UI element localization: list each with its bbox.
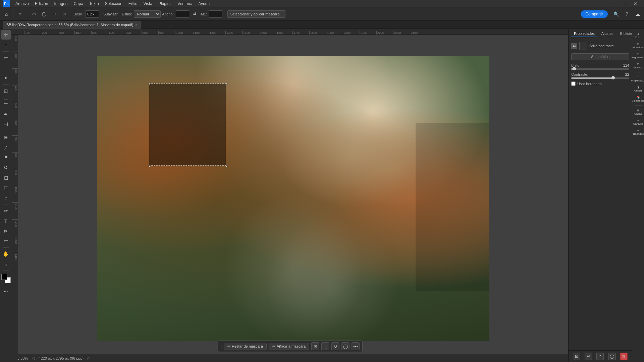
help-icon-btn[interactable]: ? [623, 10, 631, 18]
props-icon-btn-4[interactable]: ◯ [608, 353, 616, 360]
zoom-tool[interactable]: ⌕ [1, 259, 11, 269]
brillo-slider-track[interactable] [571, 68, 629, 70]
panel-degradados-btn[interactable]: ◫ Degradados [634, 51, 643, 60]
menu-archivo[interactable]: Archivo [13, 1, 32, 7]
app-icon[interactable]: Ps [3, 0, 10, 7]
panel-color-btn[interactable]: ◈ Color [634, 31, 643, 40]
eyedropper-tool[interactable]: ✒ [1, 110, 11, 119]
status-arrow-right[interactable]: ▷ [88, 356, 90, 360]
eraser-tool[interactable]: ◻ [1, 173, 11, 182]
dodge-tool[interactable]: ○ [1, 193, 11, 202]
shape-tool[interactable]: ▭ [1, 236, 11, 246]
window-close-icon[interactable]: ✕ [631, 0, 640, 7]
document-tab[interactable]: BB1hqDXw-Recuperado.psd al 33,3% (Brillo… [3, 21, 141, 29]
mask-btn-1[interactable]: ⊡ [311, 342, 319, 350]
panel-trazados-btn[interactable]: ✏ Trazados [634, 127, 643, 137]
mask-btn-3[interactable]: ↺ [331, 342, 339, 350]
usar-heredado-checkbox[interactable] [571, 81, 576, 86]
cloud-icon-btn[interactable]: ☁ [633, 10, 642, 18]
panel-capas-btn[interactable]: ⊟ Capas [634, 107, 643, 117]
canvas-background[interactable] [12, 35, 568, 362]
panel-ajustes-btn[interactable]: ◑ Ajustes [634, 84, 643, 94]
estilo-select[interactable]: Normal [134, 10, 161, 18]
window-restore-icon[interactable]: □ [620, 1, 628, 7]
row-select-btn[interactable]: ⊟ [50, 10, 58, 18]
panel-propiedad-btn[interactable]: ☰ Propiedad... [634, 74, 643, 83]
menu-ayuda[interactable]: Ayuda [196, 1, 212, 7]
swap-wh-btn[interactable]: ⇄ [191, 10, 199, 18]
layer-row: ☯ Brillo/contraste [571, 42, 629, 50]
mask-btn-2[interactable]: ⬚ [321, 342, 329, 350]
menu-edicion[interactable]: Edición [32, 1, 51, 7]
menu-filtro[interactable]: Filtro [126, 1, 140, 7]
alto-input[interactable] [209, 10, 222, 18]
foreground-color-swatch[interactable] [1, 274, 7, 280]
ruler-tick: 1500 [259, 31, 276, 35]
brush-tool[interactable]: ∕ [1, 143, 11, 152]
spot-heal-tool[interactable]: ⊕ [1, 133, 11, 142]
clone-stamp-tool[interactable]: ⚑ [1, 153, 11, 162]
desv-input[interactable] [86, 10, 99, 18]
hand-tool[interactable]: ✋ [1, 249, 11, 259]
toolbar-home-btn[interactable]: ⌂ [2, 10, 11, 18]
menu-texto[interactable]: Texto [87, 1, 102, 7]
crop-tool[interactable]: ⊡ [1, 86, 11, 96]
status-arrow-left[interactable]: ◁ [32, 356, 35, 360]
auto-btn[interactable]: Automático [571, 53, 629, 60]
panel-canales-btn[interactable]: ≡ Canales [634, 117, 643, 127]
menu-imagen[interactable]: Imagen [51, 1, 70, 7]
brillo-slider-thumb[interactable] [573, 67, 576, 70]
suavizar-btn[interactable]: Suavizar [100, 10, 120, 18]
canvas-scroll[interactable]: 100 200 300 400 500 600 700 800 900 1000… [12, 35, 568, 362]
props-icon-btn-5[interactable]: 🗑 [620, 353, 628, 360]
ruler-tool[interactable]: ⊣ [1, 120, 11, 129]
toolbar-options-btn[interactable]: ≡ [16, 10, 24, 18]
ancho-input[interactable] [176, 10, 189, 18]
props-tab-propiedades[interactable]: Propiedades [571, 31, 597, 37]
frame-tool[interactable]: ⬚ [1, 97, 11, 106]
restar-mascara-btn[interactable]: ✏ Restar de máscara [224, 343, 267, 350]
menu-plugins[interactable]: Plugins [156, 1, 174, 7]
pen-tool[interactable]: ✏ [1, 206, 11, 216]
ruler-tick: 1400 [242, 31, 259, 35]
lasso-tool[interactable]: ⌒ [1, 63, 11, 73]
more-tools-btn[interactable]: ••• [1, 287, 11, 296]
magic-wand-tool[interactable]: ✦ [1, 73, 11, 83]
col-select-btn[interactable]: ⊞ [60, 10, 68, 18]
tool-sep-4 [3, 131, 9, 131]
props-icon-btn-2[interactable]: ↩ [585, 353, 592, 360]
gradient-tool[interactable]: ◫ [1, 183, 11, 192]
menu-vista[interactable]: Vista [141, 1, 155, 7]
marquee-tool[interactable]: ▭ [1, 53, 11, 63]
ruler-tick: 1000 [175, 31, 192, 35]
contraste-slider-thumb[interactable] [611, 76, 615, 79]
rect-select-btn[interactable]: ▭ [30, 10, 38, 18]
tab-close-btn[interactable]: × [135, 23, 137, 27]
window-minimize-icon[interactable]: ─ [609, 0, 618, 7]
history-brush-tool[interactable]: ↺ [1, 163, 11, 172]
menu-seleccion[interactable]: Selección [102, 1, 125, 7]
mask-btn-5[interactable]: ••• [352, 342, 360, 350]
props-icon-btn-3[interactable]: ↺ [596, 353, 604, 360]
color-swatches[interactable] [1, 274, 11, 283]
mask-select-btn[interactable]: Seleccionar y aplicar máscara... [227, 10, 286, 18]
move-tool[interactable]: ✛ [1, 30, 11, 40]
contraste-slider-track[interactable] [571, 77, 629, 79]
panel-motivos-btn[interactable]: ⊡ Motivos [634, 61, 643, 70]
panel-muestras-btn[interactable]: ⊞ Muestras [634, 41, 643, 50]
menu-capa[interactable]: Capa [71, 1, 86, 7]
anadir-mascara-btn[interactable]: ✏ Añadir a máscara [269, 343, 309, 350]
artboard-tool[interactable]: ⊞ [1, 40, 11, 50]
share-btn[interactable]: Compartir [581, 10, 608, 18]
panel-bibliotecas-btn[interactable]: 📚 Bibliotecas [634, 94, 643, 104]
text-tool[interactable]: T [1, 216, 11, 226]
menu-ventana[interactable]: Ventana [175, 1, 195, 7]
mask-btn-4[interactable]: ◯ [341, 342, 350, 350]
canvas-image[interactable] [97, 56, 489, 341]
path-select-tool[interactable]: ⊳ [1, 226, 11, 236]
ellipse-select-btn[interactable]: ◯ [40, 10, 48, 18]
props-icon-btn-1[interactable]: ⊡ [573, 353, 580, 360]
dark-layer-region [416, 123, 489, 291]
search-icon-btn[interactable]: 🔍 [612, 10, 621, 18]
props-tab-ajustes[interactable]: Ajustes [599, 31, 616, 37]
